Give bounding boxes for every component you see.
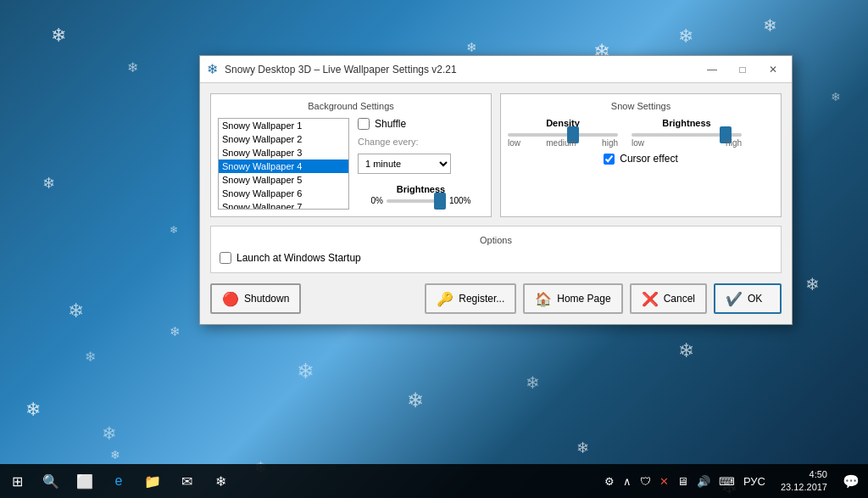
snowflake: ❄ <box>678 339 694 362</box>
taskbar-tray: ⚙ ∧ 🛡 ✕ 🖥 🔊 ⌨ РУС <box>596 473 774 490</box>
wallpaper-list-item[interactable]: Snowy Wallpaper 2 <box>219 132 348 146</box>
snowflake: ❄ <box>763 15 777 36</box>
taskbar-date: 23.12.2017 <box>781 481 827 494</box>
taskbar-time: 4:50 <box>781 468 827 481</box>
notifications-button[interactable]: 💬 <box>834 464 868 498</box>
shutdown-label: Shutdown <box>244 293 289 305</box>
launch-startup-row: Launch at Windows Startup <box>220 252 772 264</box>
wallpaper-list-item[interactable]: Snowy Wallpaper 6 <box>219 187 348 200</box>
edge-button[interactable]: e <box>102 464 136 498</box>
start-button[interactable]: ⊞ <box>0 464 34 498</box>
dialog-titlebar: ❄ Snowy Desktop 3D – Live Wallpaper Sett… <box>200 56 792 83</box>
keyboard-icon[interactable]: ⌨ <box>717 473 737 490</box>
shutdown-icon: 🔴 <box>222 291 239 307</box>
right-controls: Shuffle Change every: 1 minute Brightnes… <box>358 118 484 210</box>
cursor-row: Cursor effect <box>508 153 774 165</box>
folder-button[interactable]: 📁 <box>136 464 170 498</box>
home-icon: 🏠 <box>535 291 552 307</box>
snowflake: ❄ <box>678 25 693 48</box>
buttons-row: 🔴 Shutdown 🔑 Register... 🏠 Home Page ❌ C… <box>210 283 782 314</box>
snowflake: ❄ <box>127 59 138 76</box>
shuffle-label: Shuffle <box>375 118 406 130</box>
snowflake: ❄ <box>51 25 66 47</box>
warning-icon[interactable]: ✕ <box>658 473 670 490</box>
wallpaper-list-wrapper: Snowy Wallpaper 1Snowy Wallpaper 2Snowy … <box>218 118 349 210</box>
launch-startup-label: Launch at Windows Startup <box>236 252 361 264</box>
wallpaper-list[interactable]: Snowy Wallpaper 1Snowy Wallpaper 2Snowy … <box>219 119 348 209</box>
settings-panels: Background Settings Snowy Wallpaper 1Sno… <box>210 93 782 217</box>
snow-controls: Density low medium high Brightness <box>508 118 774 148</box>
antivirus-icon[interactable]: 🛡 <box>638 473 653 490</box>
snow-brightness-slider[interactable] <box>632 133 742 137</box>
bg-brightness-slider[interactable] <box>387 199 446 203</box>
dialog-title: Snowy Desktop 3D – Live Wallpaper Settin… <box>225 64 693 76</box>
taskbar-clock[interactable]: 4:50 23.12.2017 <box>774 468 834 495</box>
ok-button[interactable]: ✔️ OK <box>714 283 782 314</box>
snowflake: ❄ <box>170 224 178 236</box>
snowflake: ❄ <box>102 423 117 444</box>
shuffle-checkbox[interactable] <box>358 118 370 130</box>
snow-settings-panel: Snow Settings Density low medium high <box>500 93 782 217</box>
snowflake: ❄ <box>110 448 120 462</box>
search-button[interactable]: 🔍 <box>34 464 68 498</box>
change-every-select[interactable]: 1 minute <box>358 154 451 174</box>
volume-icon[interactable]: 🔊 <box>695 473 712 490</box>
options-label: Options <box>220 235 772 245</box>
snow-brightness-low: low <box>632 138 644 148</box>
ok-label: OK <box>748 293 762 305</box>
snowflake: ❄ <box>297 359 314 383</box>
density-high: high <box>602 138 618 148</box>
snowflake: ❄ <box>526 373 540 393</box>
wallpaper-list-item[interactable]: Snowy Wallpaper 5 <box>219 173 348 187</box>
snowflake: ❄ <box>68 299 84 322</box>
display-icon[interactable]: 🖥 <box>676 473 690 490</box>
snowflake: ❄ <box>25 399 41 421</box>
cancel-button[interactable]: ❌ Cancel <box>630 283 707 314</box>
bg-brightness-min: 0% <box>370 196 382 205</box>
snowflake: ❄ <box>407 389 424 412</box>
desktop: ❄❄❄❄❄❄❄❄❄❄❄❄❄❄❄❄❄❄❄❄❄❄❄❄❄❄❄❄❄❄❄❄❄❄❄ ❄ Sn… <box>0 0 868 498</box>
register-label: Register... <box>459 293 504 305</box>
snowflake: ❄ <box>831 90 841 104</box>
home-page-label: Home Page <box>557 293 610 305</box>
register-button[interactable]: 🔑 Register... <box>425 283 516 314</box>
wallpaper-list-item[interactable]: Snowy Wallpaper 3 <box>219 146 348 159</box>
density-low: low <box>508 138 520 148</box>
wallpaper-list-item[interactable]: Snowy Wallpaper 7 <box>219 200 348 209</box>
minimize-button[interactable]: — <box>700 60 724 79</box>
snowflake: ❄ <box>170 324 181 339</box>
snowflake: ❄ <box>576 439 589 457</box>
shutdown-button[interactable]: 🔴 Shutdown <box>210 283 301 314</box>
task-view-button[interactable]: ⬜ <box>68 464 102 498</box>
launch-startup-checkbox[interactable] <box>220 252 231 264</box>
change-every-label: Change every: <box>358 137 484 147</box>
home-page-button[interactable]: 🏠 Home Page <box>523 283 622 314</box>
taskbar: ⊞ 🔍 ⬜ e 📁 ✉ ❄ ⚙ ∧ 🛡 ✕ 🖥 🔊 ⌨ РУС 4:50 23.… <box>0 464 868 498</box>
maximize-button[interactable]: □ <box>731 60 754 79</box>
ok-icon: ✔️ <box>726 291 743 307</box>
dialog-window: ❄ Snowy Desktop 3D – Live Wallpaper Sett… <box>199 55 793 325</box>
snow-settings-label: Snow Settings <box>508 101 774 111</box>
bg-settings-panel: Background Settings Snowy Wallpaper 1Sno… <box>210 93 492 217</box>
snowflake: ❄ <box>466 40 477 55</box>
close-button[interactable]: ✕ <box>761 60 785 79</box>
app-button[interactable]: ❄ <box>203 464 237 498</box>
shuffle-row: Shuffle <box>358 118 484 130</box>
cursor-effect-checkbox[interactable] <box>604 154 615 165</box>
wallpaper-list-item[interactable]: Snowy Wallpaper 4 <box>219 159 348 173</box>
wallpaper-list-item[interactable]: Snowy Wallpaper 1 <box>219 119 348 132</box>
register-icon: 🔑 <box>437 291 453 307</box>
mail-button[interactable]: ✉ <box>170 464 203 498</box>
density-slider[interactable] <box>508 133 618 137</box>
bg-brightness-max: 100% <box>449 196 471 205</box>
options-section: Options Launch at Windows Startup <box>210 226 782 273</box>
network-icon[interactable]: ⚙ <box>603 473 616 490</box>
snow-brightness-high: high <box>726 138 742 148</box>
snowflake: ❄ <box>85 349 96 365</box>
bg-settings-label: Background Settings <box>218 101 484 111</box>
language-label[interactable]: РУС <box>742 473 767 490</box>
cancel-icon: ❌ <box>642 291 659 307</box>
snowflake: ❄ <box>805 274 820 294</box>
chevron-icon[interactable]: ∧ <box>621 473 633 490</box>
cancel-label: Cancel <box>664 293 695 305</box>
